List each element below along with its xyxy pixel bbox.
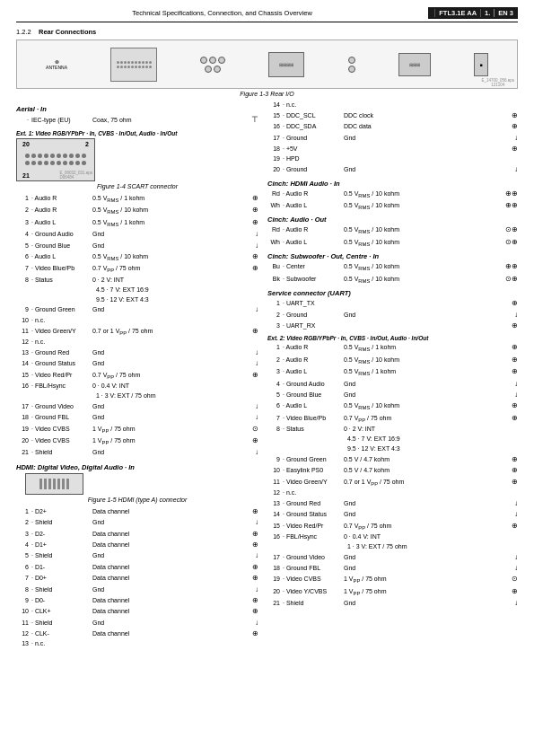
pin-row: Rd· Audio R0.5 VRMS / 10 kohm⊕⊕	[267, 189, 518, 200]
ext1-title: Ext. 1: Video RGB/YPbPr · In, CVBS · In/…	[16, 130, 258, 136]
pin-row: 2· GroundGnd↓	[267, 310, 518, 321]
pin-row: 4· D1+Data channel⊕	[16, 540, 258, 550]
dsub-block: ⊞⊞⊞⊞	[268, 52, 304, 77]
pin-row: 1· UART_TX⊕	[267, 298, 518, 309]
pin-row: 16· FBL/Hsync0 · 0.4 V: INT	[16, 382, 258, 391]
pin-row: Wh· Audio L0.5 VRMS / 10 kohm⊙⊕	[267, 237, 518, 249]
dsub-block2: ⊞⊞⊞	[398, 53, 431, 76]
hdmi-title: HDMI: Digital Video, Digital Audio · In	[16, 463, 258, 471]
pin-row: 17· Ground VideoGnd↓	[267, 552, 518, 563]
pin-row: 15· Video Red/Pr0.7 VPP / 75 ohm⊕	[267, 521, 518, 532]
pin-row: 13· Ground RedGnd↓	[267, 498, 518, 509]
pin-row: 7· Video Blue/Pb0.7 VPP / 75 ohm⊕	[267, 413, 518, 425]
small-connector: ■	[474, 53, 488, 76]
pin-row: 7· D0+Data channel⊕	[16, 573, 258, 584]
pin-row: 6· D1-Data channel⊕	[16, 562, 258, 573]
page: Technical Specifications, Connection, an…	[0, 0, 534, 756]
rca-block2	[348, 57, 355, 73]
pin-row: 20· Video CVBS1 VPP / 75 ohm⊕	[16, 435, 258, 447]
pin-row: 5· ShieldGnd↓	[16, 550, 258, 561]
pin-row: 12· n.c.	[267, 488, 518, 498]
aerial-title: Aerial · In	[16, 105, 258, 113]
pin-row: 2· Audio R0.5 VRMS / 10 kohm⊕	[16, 205, 258, 216]
pin-row: 21· ShieldGnd↓	[267, 598, 518, 609]
pin-row: 5· Ground BlueGnd↓	[267, 390, 518, 400]
pin-row: 13· n.c.	[16, 639, 258, 649]
badge-section: 1.	[480, 9, 490, 17]
pin-row: 10· CLK+Data channel⊕	[16, 606, 258, 617]
hdmi-pins: 1· D2+Data channel⊕ 2· ShieldGnd↓ 3· D2-…	[16, 506, 258, 650]
pin-row: 1 · 3 V: EXT / 75 ohm	[16, 391, 258, 401]
section-num: 1.2.2	[16, 28, 31, 36]
pin-row: 4.5 · 7 V: EXT 16:9	[267, 435, 518, 444]
section-title: Rear Connections	[39, 28, 96, 36]
pin-row: 18· Ground FBLGnd↓	[16, 412, 258, 423]
pin-row: 15· DDC_SCLDDC clock⊕	[267, 110, 518, 121]
pin-row: 1· Audio R0.5 VRMS / 1 kohm⊕	[267, 342, 518, 354]
scart-caption: Figure 1-4 SCART connector	[16, 183, 258, 189]
pin-row: 4· Ground AudioGnd↓	[16, 229, 258, 240]
right-column: 14· n.c. 15· DDC_SCLDDC clock⊕ 16· DDC_S…	[267, 101, 518, 649]
scart-pins: 1· Audio R0.5 VRMS / 1 kohm⊕ 2· Audio R0…	[16, 193, 258, 459]
pin-row: 8· ShieldGnd↓	[16, 585, 258, 595]
section-heading: 1.2.2 Rear Connections	[16, 28, 518, 36]
badge-code: FTL3.1E AA	[434, 9, 477, 17]
pin-row: 3· Audio L0.5 VRMS / 1 kohm⊕	[267, 366, 518, 378]
antenna-block: ⊗ ANTENNA	[46, 58, 67, 70]
pin-row: 3· UART_RX⊕	[267, 321, 518, 331]
pin-row: 20· Video Y/CVBS1 VPP / 75 ohm⊕	[267, 586, 518, 598]
pin-row: 1· Audio R0.5 VRMS / 1 kohm⊕	[16, 193, 258, 205]
pin-row: 11· Video Green/Y0.7 or 1 VPP / 75 ohm⊕	[16, 326, 258, 338]
pin-row: 16· DDC_SDADDC data⊕	[267, 121, 518, 132]
pin-row: 20· GroundGnd↓	[267, 164, 518, 175]
pin-row: 18· Ground FBLGnd↓	[267, 563, 518, 574]
hdmi-caption: Figure 1-5 HDMI (type A) connector	[16, 497, 258, 503]
pin-row: 12· CLK-Data channel⊕	[16, 629, 258, 639]
pin-row: 15· Video Red/Pr0.7 VPP / 75 ohm⊕	[16, 370, 258, 382]
page-header: Technical Specifications, Connection, an…	[16, 7, 518, 22]
pin-row: 16· FBL/Hsync0 · 0.4 V: INT	[267, 532, 518, 542]
scart-num-21: 21	[22, 172, 30, 179]
pin-row: 1· D2+Data channel⊕	[16, 506, 258, 517]
aerial-row: · IEC-type (EU) Coax, 75 ohm ⊤	[16, 114, 258, 127]
left-column: Aerial · In · IEC-type (EU) Coax, 75 ohm…	[16, 101, 258, 649]
rca-block	[200, 57, 225, 73]
ext2-title: Ext. 2: Video RGB/YPbPr · In, CVBS · In/…	[267, 335, 518, 341]
pin-row: 12· n.c.	[16, 338, 258, 347]
cinch-audio-title: Cinch: Audio · Out	[267, 215, 518, 224]
pin-row: 9· Ground GreenGnd↓	[16, 304, 258, 315]
pin-row: 5· Ground BlueGnd↓	[16, 241, 258, 251]
pin-row: 9.5 · 12 V: EXT 4:3	[16, 295, 258, 305]
hdmi-figure	[25, 473, 258, 495]
pin-row: 9.5 · 12 V: EXT 4:3	[267, 444, 518, 454]
pin-row: 11· ShieldGnd↓	[16, 618, 258, 629]
pin-row: 19· Video CVBS1 VPP / 75 ohm⊙	[267, 574, 518, 585]
pin-row: 21· ShieldGnd↓	[16, 447, 258, 458]
pin-row: Rd· Audio R0.5 VRMS / 10 kohm⊙⊕	[267, 224, 518, 236]
cinch-hdmi-title: Cinch: HDMI Audio · In	[267, 180, 518, 188]
pin-row: 4· Ground AudioGnd↓	[267, 379, 518, 390]
header-badge: FTL3.1E AA 1. EN 3	[428, 7, 518, 19]
pin-row: 8· Status0 · 2 V: INT	[267, 425, 518, 435]
scart-connector-img	[110, 48, 157, 82]
pin-row: 1 · 3 V: EXT / 75 ohm	[267, 542, 518, 552]
cinch-sub-title: Cinch: Subwoofer · Out, Centre · In	[267, 252, 518, 260]
pin-row: 14· Ground StatusGnd↓	[267, 509, 518, 520]
scart-num-2: 2	[85, 141, 89, 147]
pin-row: 8· Status0 · 2 V: INT	[16, 276, 258, 286]
pin-row: 17· GroundGnd↓	[267, 133, 518, 144]
pin-row: 10· n.c.	[16, 316, 258, 326]
badge-lang: EN 3	[494, 9, 513, 17]
scart-num-20: 20	[22, 141, 30, 147]
pin-row: 2· ShieldGnd↓	[16, 517, 258, 528]
pin-row: 14· n.c.	[267, 101, 518, 110]
pin-row: 10· Easylink PS00.5 V / 4.7 kohm⊕	[267, 465, 518, 476]
pin-row: 19· HPD	[267, 154, 518, 164]
ext2-pins: 1· Audio R0.5 VRMS / 1 kohm⊕ 2· Audio R0…	[267, 342, 518, 609]
main-content: Aerial · In · IEC-type (EU) Coax, 75 ohm…	[16, 101, 518, 649]
pin-row: Bk· Subwoofer0.5 VRMS / 10 kohm⊙⊕	[267, 274, 518, 286]
pin-row: 2· Audio R0.5 VRMS / 10 kohm⊕	[267, 355, 518, 366]
pin-row: 18· +5V⊕	[267, 144, 518, 154]
pin-row: 7· Video Blue/Pb0.7 VPP / 75 ohm⊕	[16, 263, 258, 275]
figure1-caption: Figure 1-3 Rear I/O	[16, 91, 518, 97]
